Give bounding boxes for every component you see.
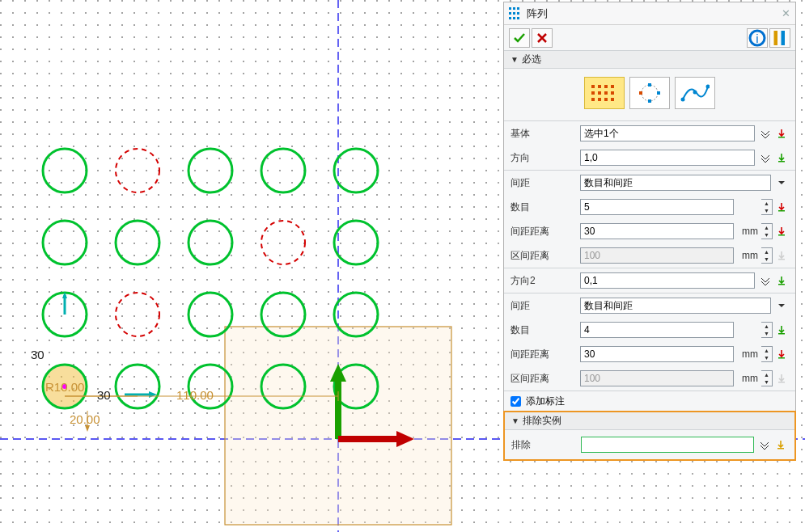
pick-icon[interactable] [774, 125, 789, 141]
dim-30-h: 30 [97, 388, 111, 402]
svg-rect-57 [611, 98, 614, 101]
count-input[interactable]: 5 [580, 199, 734, 215]
count-label: 数目 [511, 201, 580, 214]
mode-linear[interactable] [584, 77, 625, 109]
svg-point-58 [642, 85, 658, 101]
svg-rect-53 [611, 91, 614, 95]
spinner[interactable]: ▲▼ [761, 322, 773, 338]
svg-point-65 [706, 85, 710, 89]
svg-rect-52 [604, 91, 608, 95]
rangedist2-label: 区间距离 [511, 372, 580, 386]
dim-r10: R10.00 [45, 380, 84, 394]
add-annotation-label: 添加标注 [526, 395, 565, 408]
dim-20: 20.00 [70, 412, 100, 426]
count2-input[interactable]: 4 [580, 322, 734, 338]
svg-point-63 [681, 98, 685, 102]
pick-icon [774, 247, 789, 264]
rangedist-input: 100 [580, 247, 734, 264]
dir-input[interactable]: 1,0 [580, 150, 755, 166]
spinner[interactable]: ▲▼ [761, 346, 773, 362]
dir2-input[interactable]: 0,1 [580, 272, 755, 289]
spacing-select[interactable]: 数目和间距 [580, 175, 771, 191]
svg-rect-50 [591, 91, 595, 95]
pick-icon[interactable] [773, 437, 788, 453]
exclude-section: ▼排除实例 排除 [503, 411, 796, 461]
spacing-label: 间距 [511, 176, 580, 190]
panel-title-bar: 阵列 ✕ [504, 2, 795, 25]
mode-curve[interactable] [675, 77, 715, 109]
pick-icon[interactable] [774, 199, 789, 215]
add-annotation-checkbox[interactable] [511, 396, 521, 407]
spinner[interactable]: ▲▼ [761, 199, 773, 215]
svg-rect-74 [778, 382, 785, 383]
mode-row [504, 69, 795, 121]
array-icon [509, 7, 522, 20]
svg-rect-46 [591, 85, 595, 88]
svg-rect-51 [598, 91, 601, 95]
spinner: ▲▼ [761, 370, 773, 386]
settings-button[interactable] [769, 28, 790, 48]
pick-icon[interactable] [774, 322, 789, 338]
svg-rect-72 [778, 333, 785, 335]
gapdist2-label: 间距距离 [511, 348, 580, 361]
gapdist2-input[interactable]: 30 [580, 346, 734, 362]
dim-110: 110.00 [176, 388, 214, 402]
expand-icon[interactable] [758, 272, 773, 289]
rangedist-label: 区间距离 [511, 249, 580, 263]
svg-rect-75 [777, 448, 784, 450]
svg-rect-71 [778, 284, 785, 285]
svg-rect-44 [774, 31, 778, 45]
dim-30-v: 30 [31, 348, 44, 361]
panel-title: 阵列 [527, 6, 548, 21]
svg-rect-45 [782, 31, 786, 45]
svg-rect-47 [598, 85, 601, 88]
dir2-label: 方向2 [511, 274, 580, 288]
spinner: ▲▼ [761, 247, 773, 264]
close-icon[interactable]: ✕ [782, 7, 790, 19]
svg-rect-62 [648, 99, 651, 103]
svg-rect-66 [778, 137, 785, 138]
rangedist2-input: 100 [580, 370, 734, 386]
gapdist-label: 间距距离 [511, 225, 580, 239]
exclude-input[interactable] [581, 437, 754, 453]
cancel-button[interactable] [532, 28, 553, 48]
dropdown-icon[interactable] [774, 298, 789, 314]
dropdown-icon[interactable] [774, 175, 789, 191]
spacing2-select[interactable]: 数目和间距 [580, 298, 771, 314]
svg-rect-67 [778, 161, 785, 163]
pick-icon[interactable] [774, 223, 789, 239]
svg-rect-73 [778, 357, 785, 359]
expand-icon[interactable] [757, 437, 772, 453]
pick-icon[interactable] [774, 150, 789, 166]
mode-circular[interactable] [629, 77, 670, 109]
exclude-header[interactable]: ▼排除实例 [505, 412, 794, 430]
base-input[interactable]: 选中1个 [580, 125, 755, 141]
exclude-label: 排除 [511, 438, 581, 452]
pick-icon[interactable] [774, 272, 789, 289]
ok-button[interactable] [509, 28, 530, 48]
svg-point-64 [693, 91, 697, 95]
svg-rect-49 [611, 85, 614, 88]
pick-icon[interactable] [774, 346, 789, 362]
svg-rect-60 [648, 83, 651, 87]
base-label: 基体 [511, 127, 580, 141]
svg-rect-54 [591, 98, 595, 101]
svg-rect-69 [778, 234, 785, 236]
svg-rect-59 [639, 91, 642, 95]
pick-icon [774, 370, 789, 386]
add-annotation-row[interactable]: 添加标注 [504, 391, 795, 412]
array-panel: 阵列 ✕ i ▼必选 基体 [503, 2, 796, 461]
svg-rect-68 [778, 210, 785, 212]
svg-rect-56 [604, 98, 608, 101]
required-header[interactable]: ▼必选 [504, 51, 795, 69]
action-row: i [504, 25, 795, 51]
info-button[interactable]: i [747, 28, 768, 48]
gapdist-input[interactable]: 30 [580, 223, 734, 239]
expand-icon[interactable] [758, 150, 773, 166]
expand-icon[interactable] [758, 125, 773, 141]
spinner[interactable]: ▲▼ [761, 223, 773, 239]
dir-label: 方向 [511, 151, 580, 165]
spacing2-label: 间距 [511, 299, 580, 313]
svg-rect-55 [598, 98, 601, 101]
svg-rect-48 [604, 85, 608, 88]
